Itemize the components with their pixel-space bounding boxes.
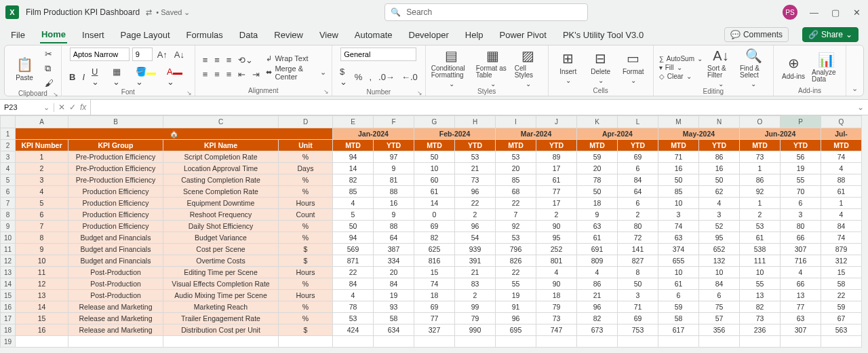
row-header[interactable]: 15 [1,290,16,301]
home-icon-cell[interactable]: 🏠 [16,128,333,140]
cell[interactable]: 56 [781,151,821,163]
col-header-O[interactable]: O [740,116,781,128]
cell[interactable]: Release and Marketing [68,324,163,336]
cell[interactable]: Hours [279,198,333,209]
cancel-formula-icon[interactable]: ✕ [58,103,65,112]
cell[interactable]: 20 [496,163,536,174]
cell[interactable]: 96 [496,313,536,324]
cell[interactable]: 1 [740,163,781,174]
cell[interactable]: 9 [374,209,414,221]
cell[interactable]: 111 [740,255,781,267]
cell[interactable]: 14 [16,301,68,313]
cell[interactable]: 93 [374,301,414,313]
cell[interactable]: 73 [740,313,781,324]
tab-data[interactable]: Data [238,27,259,43]
col-header-H[interactable]: H [455,116,496,128]
cell[interactable]: 10 [740,267,781,278]
cell[interactable]: Release and Marketing [68,301,163,313]
cell[interactable]: 61 [536,174,577,186]
cell[interactable]: 4 [781,267,821,278]
cell[interactable]: 809 [577,255,618,267]
dialog-launcher-icon[interactable]: ↘ [53,91,58,98]
cell[interactable]: Marketing Reach [163,301,279,313]
cell[interactable]: 74 [658,221,699,232]
cell[interactable]: 53 [740,221,781,232]
cell[interactable]: 55 [740,278,781,290]
row-header[interactable]: 18 [1,324,16,336]
cell[interactable]: 19 [374,290,414,301]
cell[interactable]: 60 [414,174,455,186]
cell[interactable]: 77 [536,186,577,198]
cell[interactable]: % [279,278,333,290]
cell[interactable]: 68 [496,186,536,198]
cell[interactable]: 716 [781,255,821,267]
cell[interactable]: 19 [781,163,821,174]
cell[interactable]: 22 [821,290,862,301]
cell[interactable]: 64 [618,186,658,198]
cell[interactable]: Budget Variance [163,232,279,244]
cell[interactable]: 691 [577,244,618,255]
cell[interactable]: 50 [414,151,455,163]
find-select-button[interactable]: 🔍Find & Select⌄ [739,48,768,88]
col-header-K[interactable]: K [577,116,618,128]
cell[interactable]: 6 [618,163,658,174]
cell[interactable]: 827 [618,255,658,267]
cell[interactable]: 83 [455,278,496,290]
cell[interactable]: 13 [16,290,68,301]
cell[interactable]: 10 [658,198,699,209]
col-header-D[interactable]: D [279,116,333,128]
tab-file[interactable]: File [9,27,26,43]
cell[interactable]: Distribution Cost per Unit [163,324,279,336]
dialog-launcher-icon[interactable]: ↘ [323,88,329,95]
cell[interactable]: 3 [658,209,699,221]
cell[interactable]: 4 [536,267,577,278]
col-header-L[interactable]: L [618,116,658,128]
document-name[interactable]: Film Production KPI Dashboard [26,7,140,17]
cell[interactable]: 801 [536,255,577,267]
cell[interactable]: 939 [455,244,496,255]
cell[interactable] [16,336,68,348]
row-header[interactable]: 5 [1,174,16,186]
cell[interactable]: 59 [658,301,699,313]
cell[interactable]: % [279,174,333,186]
cell[interactable]: 252 [536,244,577,255]
row-header[interactable]: 16 [1,301,16,313]
comma-icon[interactable]: , [367,71,374,83]
cell[interactable]: 312 [821,255,862,267]
cell[interactable]: 1 [740,198,781,209]
cell[interactable]: Pre-Production Efficiency [68,151,163,163]
cell[interactable]: 8 [16,232,68,244]
cell[interactable]: Production Efficiency [68,198,163,209]
cell[interactable]: 4 [821,163,862,174]
cell[interactable] [374,336,414,348]
cell[interactable] [536,336,577,348]
cell[interactable]: 5 [333,209,374,221]
cell[interactable]: Post-Production [68,278,163,290]
cell[interactable]: Production Efficiency [68,221,163,232]
cell[interactable]: 16 [16,324,68,336]
cell[interactable]: Release and Marketing [68,313,163,324]
cell[interactable]: 796 [496,244,536,255]
name-box[interactable]: P23⌄ [0,103,54,112]
col-header-J[interactable]: J [536,116,577,128]
cell[interactable]: Equipment Downtime [163,198,279,209]
sort-filter-button[interactable]: A↓Sort & Filter⌄ [707,48,735,88]
cell[interactable]: 6 [781,198,821,209]
bold-icon[interactable]: B [67,71,77,83]
cell[interactable]: 50 [333,221,374,232]
cell[interactable]: Budget and Financials [68,232,163,244]
formula-input[interactable] [91,100,853,115]
align-center-icon[interactable]: ≡ [212,68,222,81]
cell[interactable]: 2 [618,209,658,221]
cell[interactable] [658,336,699,348]
cell[interactable]: 73 [536,313,577,324]
cell[interactable]: 74 [414,278,455,290]
cell[interactable]: 59 [577,151,618,163]
cell[interactable]: Script Completion Rate [163,151,279,163]
cell[interactable]: 86 [740,174,781,186]
cell[interactable]: 78 [577,174,618,186]
cell[interactable]: 61 [740,232,781,244]
indent-increase-icon[interactable]: ⇥ [250,68,262,81]
cell[interactable] [699,336,740,348]
cell[interactable]: Audio Mixing Time per Scene [163,290,279,301]
